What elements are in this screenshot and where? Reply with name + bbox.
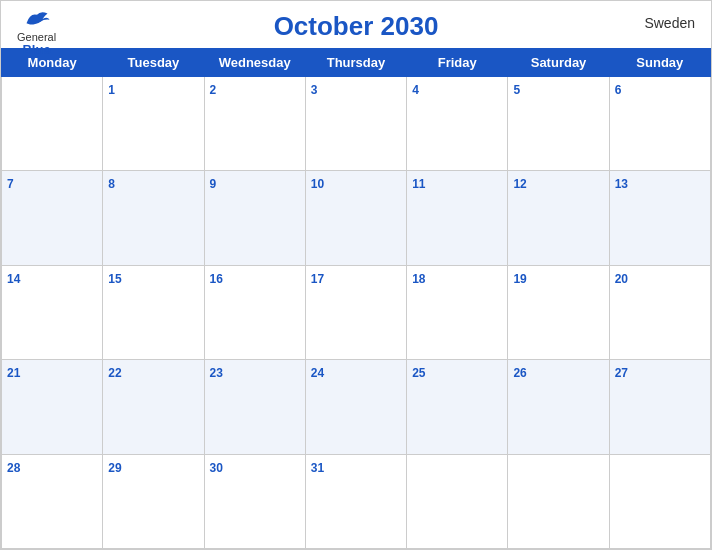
table-row: 123456	[2, 77, 711, 171]
calendar-cell: 23	[204, 360, 305, 454]
day-number: 15	[108, 272, 121, 286]
calendar-cell: 5	[508, 77, 609, 171]
days-header-row: Monday Tuesday Wednesday Thursday Friday…	[2, 49, 711, 77]
day-number: 21	[7, 366, 20, 380]
calendar-title: October 2030	[274, 11, 439, 42]
col-sunday: Sunday	[609, 49, 710, 77]
day-number: 7	[7, 177, 14, 191]
day-number: 8	[108, 177, 115, 191]
table-row: 14151617181920	[2, 265, 711, 359]
day-number: 31	[311, 461, 324, 475]
day-number: 13	[615, 177, 628, 191]
table-row: 78910111213	[2, 171, 711, 265]
calendar-table: Monday Tuesday Wednesday Thursday Friday…	[1, 48, 711, 549]
calendar-header: General Blue October 2030 Sweden	[1, 1, 711, 48]
calendar-cell: 22	[103, 360, 204, 454]
calendar-cell: 16	[204, 265, 305, 359]
day-number: 1	[108, 83, 115, 97]
day-number: 18	[412, 272, 425, 286]
day-number: 26	[513, 366, 526, 380]
calendar-cell: 28	[2, 454, 103, 548]
logo-bird-icon	[23, 9, 51, 29]
calendar-cell: 9	[204, 171, 305, 265]
calendar-cell: 15	[103, 265, 204, 359]
day-number: 16	[210, 272, 223, 286]
logo-area: General Blue	[17, 9, 56, 57]
calendar-cell: 3	[305, 77, 406, 171]
day-number: 24	[311, 366, 324, 380]
calendar-cell: 19	[508, 265, 609, 359]
day-number: 11	[412, 177, 425, 191]
calendar-cell: 2	[204, 77, 305, 171]
calendar-cell	[2, 77, 103, 171]
col-friday: Friday	[407, 49, 508, 77]
day-number: 22	[108, 366, 121, 380]
calendar-cell: 25	[407, 360, 508, 454]
day-number: 5	[513, 83, 520, 97]
table-row: 21222324252627	[2, 360, 711, 454]
calendar-cell: 24	[305, 360, 406, 454]
col-tuesday: Tuesday	[103, 49, 204, 77]
calendar-cell: 1	[103, 77, 204, 171]
calendar-cell: 18	[407, 265, 508, 359]
calendar-cell: 20	[609, 265, 710, 359]
day-number: 27	[615, 366, 628, 380]
day-number: 14	[7, 272, 20, 286]
day-number: 28	[7, 461, 20, 475]
day-number: 10	[311, 177, 324, 191]
day-number: 4	[412, 83, 419, 97]
col-saturday: Saturday	[508, 49, 609, 77]
calendar-cell: 7	[2, 171, 103, 265]
calendar-cell: 8	[103, 171, 204, 265]
day-number: 20	[615, 272, 628, 286]
calendar-cell: 17	[305, 265, 406, 359]
calendar-cell: 10	[305, 171, 406, 265]
calendar-cell: 11	[407, 171, 508, 265]
calendar-cell: 27	[609, 360, 710, 454]
calendar-cell: 12	[508, 171, 609, 265]
day-number: 23	[210, 366, 223, 380]
calendar-cell	[508, 454, 609, 548]
calendar-cell: 31	[305, 454, 406, 548]
day-number: 25	[412, 366, 425, 380]
day-number: 30	[210, 461, 223, 475]
country-label: Sweden	[644, 15, 695, 31]
day-number: 2	[210, 83, 217, 97]
day-number: 9	[210, 177, 217, 191]
calendar-cell: 21	[2, 360, 103, 454]
calendar-wrapper: General Blue October 2030 Sweden Monday …	[0, 0, 712, 550]
calendar-body: 1234567891011121314151617181920212223242…	[2, 77, 711, 549]
calendar-cell: 30	[204, 454, 305, 548]
calendar-cell	[407, 454, 508, 548]
col-thursday: Thursday	[305, 49, 406, 77]
calendar-cell: 4	[407, 77, 508, 171]
day-number: 12	[513, 177, 526, 191]
calendar-cell: 13	[609, 171, 710, 265]
table-row: 28293031	[2, 454, 711, 548]
calendar-cell: 29	[103, 454, 204, 548]
logo-blue-text: Blue	[22, 43, 50, 57]
day-number: 6	[615, 83, 622, 97]
day-number: 17	[311, 272, 324, 286]
calendar-cell	[609, 454, 710, 548]
calendar-cell: 14	[2, 265, 103, 359]
col-wednesday: Wednesday	[204, 49, 305, 77]
calendar-cell: 6	[609, 77, 710, 171]
day-number: 3	[311, 83, 318, 97]
calendar-cell: 26	[508, 360, 609, 454]
day-number: 19	[513, 272, 526, 286]
day-number: 29	[108, 461, 121, 475]
